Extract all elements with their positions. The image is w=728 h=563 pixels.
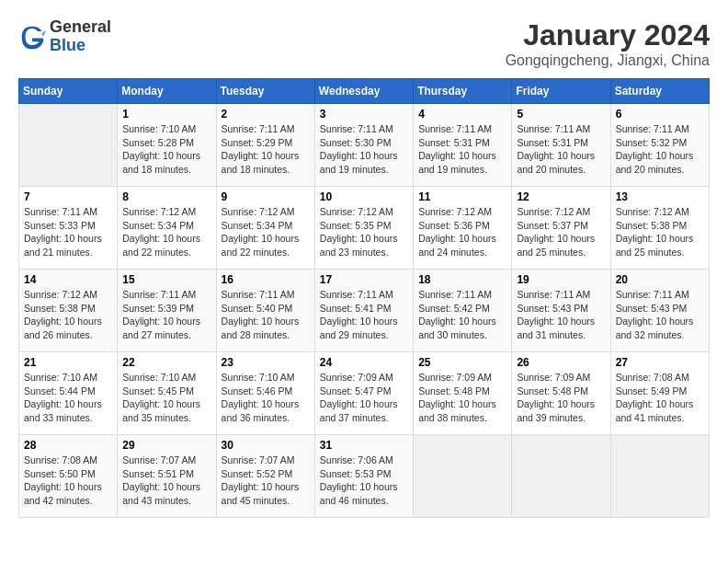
calendar-cell: 30Sunrise: 7:07 AMSunset: 5:52 PMDayligh… xyxy=(216,435,314,518)
logo-text: General Blue xyxy=(50,18,111,55)
day-number: 27 xyxy=(616,356,704,369)
day-number: 23 xyxy=(222,356,310,369)
day-number: 18 xyxy=(418,273,506,286)
day-info: Sunrise: 7:08 AMSunset: 5:50 PMDaylight:… xyxy=(24,454,112,508)
column-header-saturday: Saturday xyxy=(610,79,709,104)
day-info: Sunrise: 7:11 AMSunset: 5:43 PMDaylight:… xyxy=(616,288,704,342)
week-row-2: 7Sunrise: 7:11 AMSunset: 5:33 PMDaylight… xyxy=(19,187,710,270)
calendar-cell: 11Sunrise: 7:12 AMSunset: 5:36 PMDayligh… xyxy=(414,187,512,270)
day-info: Sunrise: 7:11 AMSunset: 5:31 PMDaylight:… xyxy=(517,122,605,177)
day-info: Sunrise: 7:12 AMSunset: 5:34 PMDaylight:… xyxy=(222,205,310,259)
calendar-cell: 18Sunrise: 7:11 AMSunset: 5:42 PMDayligh… xyxy=(414,270,512,352)
calendar-cell: 25Sunrise: 7:09 AMSunset: 5:48 PMDayligh… xyxy=(414,352,512,435)
day-info: Sunrise: 7:12 AMSunset: 5:38 PMDaylight:… xyxy=(616,205,704,259)
day-info: Sunrise: 7:10 AMSunset: 5:44 PMDaylight:… xyxy=(24,371,112,425)
calendar-cell: 31Sunrise: 7:06 AMSunset: 5:53 PMDayligh… xyxy=(314,435,413,518)
calendar-cell: 8Sunrise: 7:12 AMSunset: 5:34 PMDaylight… xyxy=(118,187,216,270)
calendar-cell: 2Sunrise: 7:11 AMSunset: 5:29 PMDaylight… xyxy=(216,104,314,187)
calendar-cell: 20Sunrise: 7:11 AMSunset: 5:43 PMDayligh… xyxy=(610,270,709,352)
day-info: Sunrise: 7:12 AMSunset: 5:37 PMDaylight:… xyxy=(517,205,605,259)
calendar-cell: 7Sunrise: 7:11 AMSunset: 5:33 PMDaylight… xyxy=(19,187,118,270)
day-info: Sunrise: 7:09 AMSunset: 5:48 PMDaylight:… xyxy=(418,371,506,425)
header-row: SundayMondayTuesdayWednesdayThursdayFrid… xyxy=(19,79,710,104)
day-info: Sunrise: 7:07 AMSunset: 5:52 PMDaylight:… xyxy=(222,454,310,508)
day-info: Sunrise: 7:06 AMSunset: 5:53 PMDaylight:… xyxy=(320,454,408,508)
calendar-cell: 6Sunrise: 7:11 AMSunset: 5:32 PMDaylight… xyxy=(610,104,709,187)
day-info: Sunrise: 7:11 AMSunset: 5:41 PMDaylight:… xyxy=(320,288,408,342)
location: Gongqingcheng, Jiangxi, China xyxy=(506,52,710,69)
day-number: 16 xyxy=(222,273,310,286)
calendar-cell: 28Sunrise: 7:08 AMSunset: 5:50 PMDayligh… xyxy=(19,435,118,518)
calendar-cell: 22Sunrise: 7:10 AMSunset: 5:45 PMDayligh… xyxy=(118,352,216,435)
day-number: 15 xyxy=(122,273,210,286)
day-number: 31 xyxy=(320,439,408,452)
day-number: 4 xyxy=(418,108,506,121)
calendar-cell: 21Sunrise: 7:10 AMSunset: 5:44 PMDayligh… xyxy=(19,352,118,435)
day-info: Sunrise: 7:11 AMSunset: 5:39 PMDaylight:… xyxy=(122,288,210,342)
calendar-cell: 27Sunrise: 7:08 AMSunset: 5:49 PMDayligh… xyxy=(610,352,709,435)
day-number: 1 xyxy=(122,108,210,121)
week-row-5: 28Sunrise: 7:08 AMSunset: 5:50 PMDayligh… xyxy=(19,435,710,518)
day-info: Sunrise: 7:11 AMSunset: 5:32 PMDaylight:… xyxy=(616,122,704,177)
day-number: 29 xyxy=(122,439,210,452)
calendar-cell: 9Sunrise: 7:12 AMSunset: 5:34 PMDaylight… xyxy=(216,187,314,270)
calendar-cell xyxy=(19,104,118,187)
day-info: Sunrise: 7:12 AMSunset: 5:38 PMDaylight:… xyxy=(24,288,112,342)
column-header-wednesday: Wednesday xyxy=(314,79,413,104)
logo-general: General xyxy=(50,18,111,37)
day-info: Sunrise: 7:07 AMSunset: 5:51 PMDaylight:… xyxy=(122,454,210,508)
day-number: 7 xyxy=(24,190,112,203)
calendar-cell: 14Sunrise: 7:12 AMSunset: 5:38 PMDayligh… xyxy=(19,270,118,352)
week-row-1: 1Sunrise: 7:10 AMSunset: 5:28 PMDaylight… xyxy=(19,104,710,187)
calendar-cell: 16Sunrise: 7:11 AMSunset: 5:40 PMDayligh… xyxy=(216,270,314,352)
day-info: Sunrise: 7:11 AMSunset: 5:31 PMDaylight:… xyxy=(418,122,506,177)
logo-blue: Blue xyxy=(50,37,111,55)
day-number: 24 xyxy=(320,356,408,369)
day-number: 28 xyxy=(24,439,112,452)
calendar-table: SundayMondayTuesdayWednesdayThursdayFrid… xyxy=(18,78,710,518)
calendar-cell: 12Sunrise: 7:12 AMSunset: 5:37 PMDayligh… xyxy=(512,187,610,270)
day-info: Sunrise: 7:11 AMSunset: 5:30 PMDaylight:… xyxy=(320,122,408,177)
day-number: 22 xyxy=(122,356,210,369)
day-info: Sunrise: 7:11 AMSunset: 5:33 PMDaylight:… xyxy=(24,205,112,259)
day-info: Sunrise: 7:11 AMSunset: 5:29 PMDaylight:… xyxy=(222,122,310,177)
day-number: 21 xyxy=(24,356,112,369)
day-info: Sunrise: 7:10 AMSunset: 5:28 PMDaylight:… xyxy=(122,122,210,177)
calendar-cell xyxy=(414,435,512,518)
day-number: 6 xyxy=(616,108,704,121)
day-info: Sunrise: 7:10 AMSunset: 5:46 PMDaylight:… xyxy=(222,371,310,425)
page-header: General Blue January 2024 Gongqingcheng,… xyxy=(18,18,710,69)
day-info: Sunrise: 7:11 AMSunset: 5:40 PMDaylight:… xyxy=(222,288,310,342)
day-number: 5 xyxy=(517,108,605,121)
day-number: 20 xyxy=(616,273,704,286)
calendar-cell: 23Sunrise: 7:10 AMSunset: 5:46 PMDayligh… xyxy=(216,352,314,435)
calendar-cell: 19Sunrise: 7:11 AMSunset: 5:43 PMDayligh… xyxy=(512,270,610,352)
day-number: 14 xyxy=(24,273,112,286)
day-number: 30 xyxy=(222,439,310,452)
calendar-cell: 24Sunrise: 7:09 AMSunset: 5:47 PMDayligh… xyxy=(314,352,413,435)
day-info: Sunrise: 7:11 AMSunset: 5:42 PMDaylight:… xyxy=(418,288,506,342)
day-info: Sunrise: 7:11 AMSunset: 5:43 PMDaylight:… xyxy=(517,288,605,342)
calendar-cell: 10Sunrise: 7:12 AMSunset: 5:35 PMDayligh… xyxy=(314,187,413,270)
day-number: 26 xyxy=(517,356,605,369)
day-number: 12 xyxy=(517,190,605,203)
calendar-cell xyxy=(610,435,709,518)
calendar-cell: 29Sunrise: 7:07 AMSunset: 5:51 PMDayligh… xyxy=(118,435,216,518)
day-info: Sunrise: 7:12 AMSunset: 5:34 PMDaylight:… xyxy=(122,205,210,259)
column-header-tuesday: Tuesday xyxy=(216,79,314,104)
calendar-cell: 13Sunrise: 7:12 AMSunset: 5:38 PMDayligh… xyxy=(610,187,709,270)
logo: General Blue xyxy=(18,18,111,55)
day-number: 9 xyxy=(222,190,310,203)
calendar-cell: 26Sunrise: 7:09 AMSunset: 5:48 PMDayligh… xyxy=(512,352,610,435)
day-number: 19 xyxy=(517,273,605,286)
logo-icon xyxy=(18,23,46,51)
column-header-sunday: Sunday xyxy=(19,79,118,104)
day-number: 8 xyxy=(122,190,210,203)
title-area: January 2024 Gongqingcheng, Jiangxi, Chi… xyxy=(506,18,710,69)
day-number: 10 xyxy=(320,190,408,203)
day-info: Sunrise: 7:10 AMSunset: 5:45 PMDaylight:… xyxy=(122,371,210,425)
month-title: January 2024 xyxy=(506,18,710,52)
week-row-4: 21Sunrise: 7:10 AMSunset: 5:44 PMDayligh… xyxy=(19,352,710,435)
day-info: Sunrise: 7:12 AMSunset: 5:36 PMDaylight:… xyxy=(418,205,506,259)
calendar-cell: 15Sunrise: 7:11 AMSunset: 5:39 PMDayligh… xyxy=(118,270,216,352)
